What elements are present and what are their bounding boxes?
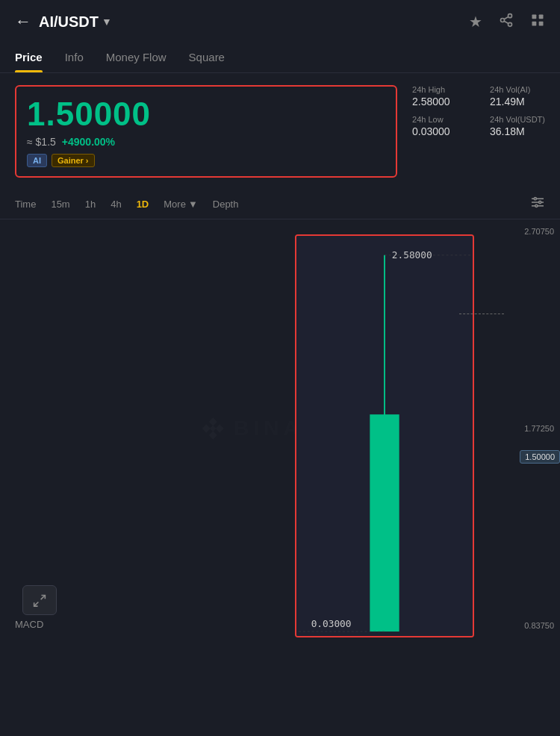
svg-marker-16 (209, 431, 217, 440)
current-price-dashed-line (459, 314, 504, 314)
price-tags: AI Gainer › (27, 154, 385, 167)
svg-point-12 (534, 198, 536, 200)
price-section: 1.50000 ≈ $1.5 +4900.00% AI Gainer › 24h… (0, 73, 560, 190)
svg-line-3 (504, 21, 508, 23)
y-axis: 2.70750 1.77250 0.83750 (508, 219, 560, 637)
svg-point-13 (539, 201, 541, 203)
stat-24h-high: 24h High 2.58000 (412, 85, 467, 107)
svg-rect-5 (532, 14, 537, 19)
price-change: +4900.00% (62, 136, 115, 148)
macd-label: MACD (15, 619, 43, 630)
svg-rect-6 (539, 14, 544, 19)
chart-settings-icon[interactable] (530, 196, 545, 212)
svg-point-2 (508, 22, 512, 26)
chart-tab-more[interactable]: More ▼ (164, 199, 198, 210)
y-label-mid: 1.77250 (514, 424, 554, 433)
svg-point-0 (508, 13, 512, 17)
header-icons: ★ (469, 13, 545, 31)
tab-price[interactable]: Price (15, 43, 43, 72)
price-left-panel: 1.50000 ≈ $1.5 +4900.00% AI Gainer › (15, 85, 397, 178)
y-label-bot: 0.83750 (514, 621, 554, 630)
candlestick-svg: 2.58000 0.03000 (296, 236, 473, 636)
chart-tab-depth[interactable]: Depth (213, 196, 239, 213)
svg-rect-8 (539, 21, 544, 25)
chart-tab-15m[interactable]: 15m (51, 196, 69, 213)
price-usd-row: ≈ $1.5 +4900.00% (27, 136, 385, 148)
pair-chevron-icon: ▼ (102, 16, 112, 28)
main-tabs: Price Info Money Flow Square (0, 43, 560, 73)
chart-highlight-box: 2.58000 0.03000 (295, 234, 474, 637)
price-usd-approx: ≈ $1.5 (27, 136, 56, 148)
header: ← AI/USDT ▼ ★ (0, 0, 560, 43)
svg-rect-7 (532, 21, 537, 25)
current-price-label: 1.50000 (520, 450, 560, 464)
tab-money-flow[interactable]: Money Flow (106, 43, 167, 72)
current-price: 1.50000 (27, 96, 385, 133)
chart-tab-4h[interactable]: 4h (111, 196, 121, 213)
chart-tab-1h[interactable]: 1h (85, 196, 96, 213)
price-stats: 24h High 2.58000 24h Vol(AI) 21.49M 24h … (412, 85, 545, 137)
svg-marker-19 (210, 425, 217, 432)
chart-tab-1d[interactable]: 1D (137, 196, 149, 213)
tab-square[interactable]: Square (189, 43, 225, 72)
svg-text:2.58000: 2.58000 (392, 249, 432, 261)
chart-timeframe-tabs: Time 15m 1h 4h 1D More ▼ Depth (0, 190, 560, 219)
chart-tab-time[interactable]: Time (15, 196, 36, 213)
more-chevron-icon: ▼ (188, 199, 198, 210)
stat-vol-usdt: 24h Vol(USDT) 36.18M (490, 115, 545, 137)
chart-area[interactable]: BINANCE 2.70750 1.77250 0.83750 2.5800 (0, 219, 560, 637)
svg-marker-15 (209, 418, 217, 426)
trading-pair-title[interactable]: AI/USDT ▼ (39, 13, 112, 31)
back-button[interactable]: ← (15, 12, 31, 31)
svg-text:0.03000: 0.03000 (311, 618, 352, 629)
svg-point-14 (535, 205, 538, 207)
y-label-top: 2.70750 (514, 227, 554, 236)
grid-icon[interactable] (530, 13, 545, 31)
svg-marker-18 (216, 425, 224, 433)
stat-vol-ai: 24h Vol(AI) 21.49M (490, 85, 545, 107)
tag-ai[interactable]: AI (27, 154, 47, 167)
tag-gainer[interactable]: Gainer › (52, 154, 95, 167)
favorite-icon[interactable]: ★ (469, 13, 482, 31)
svg-line-28 (34, 602, 39, 606)
tab-info[interactable]: Info (65, 43, 84, 72)
svg-rect-22 (370, 414, 399, 631)
svg-line-27 (41, 595, 46, 599)
share-icon[interactable] (499, 13, 514, 31)
stat-24h-low: 24h Low 0.03000 (412, 115, 467, 137)
svg-line-4 (504, 16, 508, 19)
expand-chart-button[interactable] (22, 585, 57, 615)
svg-point-1 (501, 18, 505, 22)
svg-marker-17 (202, 425, 211, 433)
